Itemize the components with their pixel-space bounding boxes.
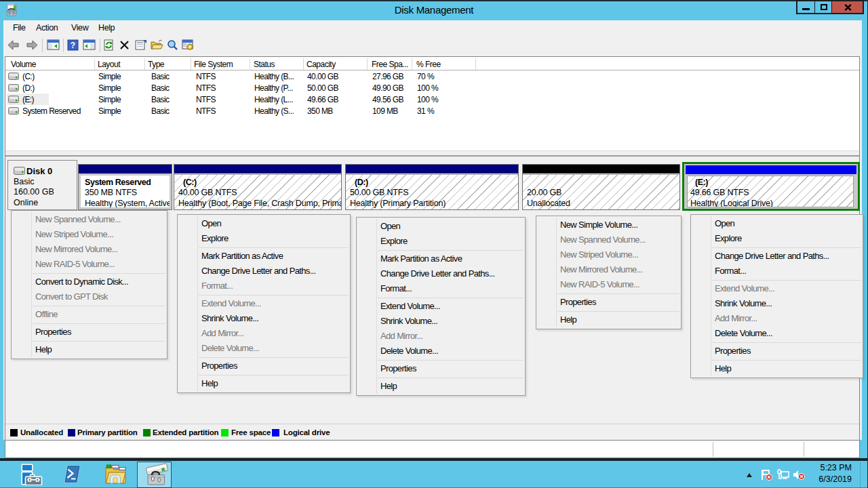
svg-text:?: ? <box>71 41 75 50</box>
